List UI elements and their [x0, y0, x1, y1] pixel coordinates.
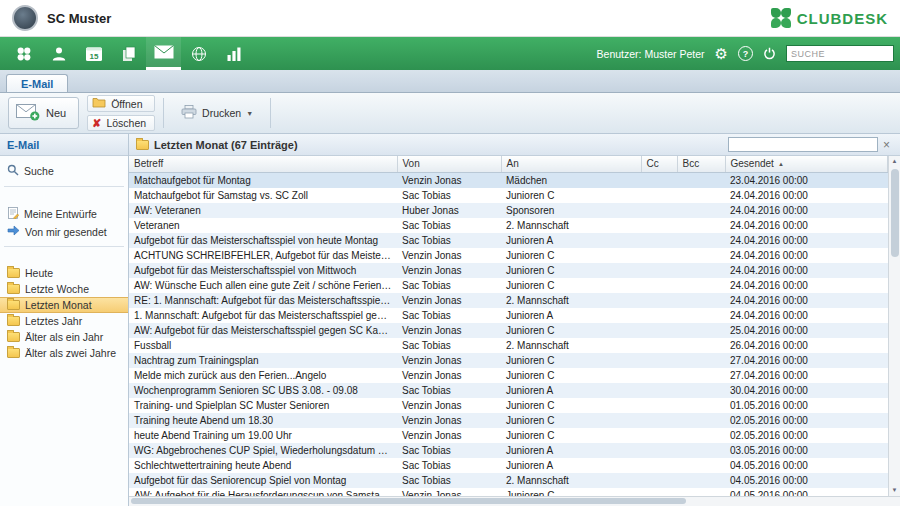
- logout-power-icon[interactable]: [763, 47, 776, 60]
- cell-von: Venzin Jonas: [397, 263, 501, 278]
- cell-von: Sac Tobias: [397, 458, 501, 473]
- tab-email[interactable]: E-Mail: [6, 74, 68, 92]
- sidebar-title: E-Mail: [7, 139, 39, 151]
- cell-bcc: [677, 188, 725, 203]
- column-header[interactable]: Betreff: [129, 156, 397, 172]
- cell-cc: [641, 428, 677, 443]
- open-button[interactable]: Öffnen: [87, 95, 155, 112]
- mail-icon[interactable]: [146, 37, 181, 70]
- sent-icon: [7, 225, 20, 238]
- cell-bcc: [677, 293, 725, 308]
- email-row[interactable]: Melde mich zurück aus den Ferien...Angel…: [129, 368, 888, 383]
- email-row[interactable]: Schlechtwettertraining heute AbendSac To…: [129, 458, 888, 473]
- app-grid-icon[interactable]: [6, 37, 41, 70]
- scroll-down-icon[interactable]: ▼: [892, 485, 898, 496]
- email-row[interactable]: heute Abend Training um 19.00 UhrVenzin …: [129, 428, 888, 443]
- delete-button[interactable]: ✘ Löschen: [87, 115, 155, 131]
- email-row[interactable]: Aufgebot für das Meisterschaftsspiel von…: [129, 263, 888, 278]
- sidebar-search[interactable]: Suche: [0, 162, 128, 180]
- column-header[interactable]: An: [501, 156, 641, 172]
- content-header: Letzten Monat (67 Einträge) ×: [129, 134, 900, 156]
- settings-gear-icon[interactable]: ⚙: [715, 46, 728, 61]
- cell-gesendet: 30.04.2016 00:00: [725, 383, 888, 398]
- print-button[interactable]: Drucken ▼: [172, 100, 262, 126]
- vertical-scrollbar[interactable]: ▲ ▼: [888, 156, 900, 496]
- cell-cc: [641, 263, 677, 278]
- cell-an: Junioren C: [501, 398, 641, 413]
- cell-von: Venzin Jonas: [397, 293, 501, 308]
- folder-icon: [7, 268, 20, 278]
- help-icon[interactable]: ?: [738, 46, 753, 61]
- column-header[interactable]: Bcc: [677, 156, 725, 172]
- sidebar-folder[interactable]: Heute: [0, 265, 128, 281]
- cell-an: 2. Mannschaft: [501, 218, 641, 233]
- vertical-scroll-thumb[interactable]: [891, 169, 899, 257]
- sidebar-search-label: Suche: [24, 165, 54, 177]
- sidebar-item-drafts[interactable]: Meine Entwürfe: [0, 205, 128, 223]
- cell-von: Venzin Jonas: [397, 398, 501, 413]
- pages-icon[interactable]: [111, 37, 146, 70]
- cell-cc: [641, 278, 677, 293]
- email-row[interactable]: Nachtrag zum TrainingsplanVenzin JonasJu…: [129, 353, 888, 368]
- horizontal-scroll-thumb[interactable]: [131, 498, 686, 504]
- cell-an: Junioren A: [501, 383, 641, 398]
- folder-icon: [7, 300, 20, 310]
- cell-an: Junioren C: [501, 278, 641, 293]
- horizontal-scrollbar[interactable]: [129, 496, 900, 506]
- cell-von: Venzin Jonas: [397, 172, 501, 188]
- email-row[interactable]: WG: Abgebrochenes CUP Spiel, Wiederholun…: [129, 443, 888, 458]
- email-row[interactable]: AW: Wünsche Euch allen eine gute Zeit / …: [129, 278, 888, 293]
- email-row[interactable]: AW: Aufgebot für das Meisterschaftsspiel…: [129, 323, 888, 338]
- app-window: SC Muster CLUBDESK 15 Benutzer: Muste: [0, 0, 900, 506]
- sidebar-folder[interactable]: Letzte Woche: [0, 281, 128, 297]
- cell-gesendet: 24.04.2016 00:00: [725, 218, 888, 233]
- column-header[interactable]: Gesendet▲: [725, 156, 888, 172]
- cell-an: Junioren C: [501, 323, 641, 338]
- sidebar-item-sent[interactable]: Von mir gesendet: [0, 223, 128, 240]
- calendar-icon[interactable]: 15: [76, 37, 111, 70]
- email-row[interactable]: FussballSac Tobias2. Mannschaft26.04.201…: [129, 338, 888, 353]
- email-row[interactable]: Training- und Spielplan SC Muster Senior…: [129, 398, 888, 413]
- sidebar-folder[interactable]: Letztes Jahr: [0, 313, 128, 329]
- cell-betreff: Training heute Abend um 18.30: [129, 413, 397, 428]
- email-row[interactable]: VeteranenSac Tobias2. Mannschaft24.04.20…: [129, 218, 888, 233]
- email-row[interactable]: 1. Mannschaft: Aufgebot für das Meisters…: [129, 308, 888, 323]
- sidebar-folder[interactable]: Älter als zwei Jahre: [0, 345, 128, 361]
- email-row[interactable]: AW: VeteranenHuber JonasSponsoren24.04.2…: [129, 203, 888, 218]
- sidebar-folder[interactable]: Letzten Monat: [0, 297, 128, 313]
- email-row[interactable]: RE: 1. Mannschaft: Aufgebot für das Meis…: [129, 293, 888, 308]
- cell-an: Junioren C: [501, 248, 641, 263]
- column-header[interactable]: Cc: [641, 156, 677, 172]
- email-row[interactable]: AW: Aufgebot für die Herausforderungscup…: [129, 488, 888, 497]
- email-row[interactable]: Matchaufgebot für MontagVenzin JonasMädc…: [129, 172, 888, 188]
- email-row[interactable]: Aufgebot für das Meisterschaftsspiel von…: [129, 233, 888, 248]
- close-filter-icon[interactable]: ×: [883, 139, 893, 151]
- folder-icon: [7, 284, 20, 294]
- sidebar-folder[interactable]: Älter als ein Jahr: [0, 329, 128, 345]
- open-folder-icon: [136, 140, 149, 150]
- cell-betreff: Training- und Spielplan SC Muster Senior…: [129, 398, 397, 413]
- top-header: SC Muster CLUBDESK: [0, 0, 900, 37]
- cell-von: Sac Tobias: [397, 188, 501, 203]
- global-search-input[interactable]: [786, 45, 894, 62]
- list-filter-input[interactable]: [728, 137, 878, 152]
- table-header-row: BetreffVonAnCcBccGesendet▲: [129, 156, 888, 172]
- column-header[interactable]: Von: [397, 156, 501, 172]
- cell-betreff: Aufgebot für das Meisterschaftsspiel von…: [129, 263, 397, 278]
- contacts-icon[interactable]: [41, 37, 76, 70]
- cell-von: Sac Tobias: [397, 383, 501, 398]
- print-dropdown-caret-icon[interactable]: ▼: [246, 110, 253, 117]
- email-row[interactable]: Wochenprogramm Senioren SC UBS 3.08. - 0…: [129, 383, 888, 398]
- stats-icon[interactable]: [216, 37, 251, 70]
- new-email-button[interactable]: Neu: [8, 97, 79, 129]
- cell-an: 2. Mannschaft: [501, 293, 641, 308]
- scroll-up-icon[interactable]: ▲: [892, 156, 898, 167]
- email-row[interactable]: ACHTUNG SCHREIBFEHLER, Aufgebot für das …: [129, 248, 888, 263]
- web-icon[interactable]: [181, 37, 216, 70]
- email-row[interactable]: Matchaufgebot für Samstag vs. SC ZollSac…: [129, 188, 888, 203]
- cell-gesendet: 01.05.2016 00:00: [725, 398, 888, 413]
- cell-betreff: AW: Wünsche Euch allen eine gute Zeit / …: [129, 278, 397, 293]
- email-row[interactable]: Aufgebot für das Seniorencup Spiel von M…: [129, 473, 888, 488]
- cell-bcc: [677, 413, 725, 428]
- email-row[interactable]: Training heute Abend um 18.30Venzin Jona…: [129, 413, 888, 428]
